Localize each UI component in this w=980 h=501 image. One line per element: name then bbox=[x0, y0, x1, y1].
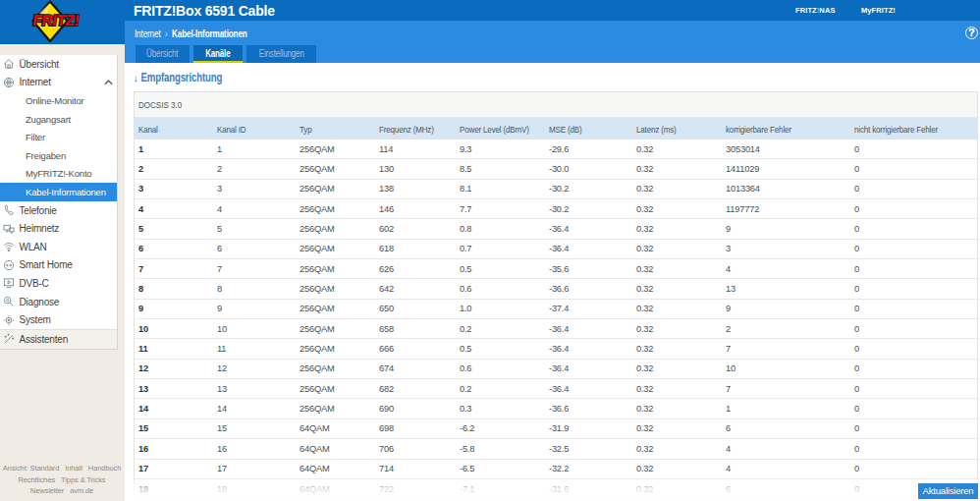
svg-text:FRITZ!: FRITZ! bbox=[31, 13, 81, 29]
